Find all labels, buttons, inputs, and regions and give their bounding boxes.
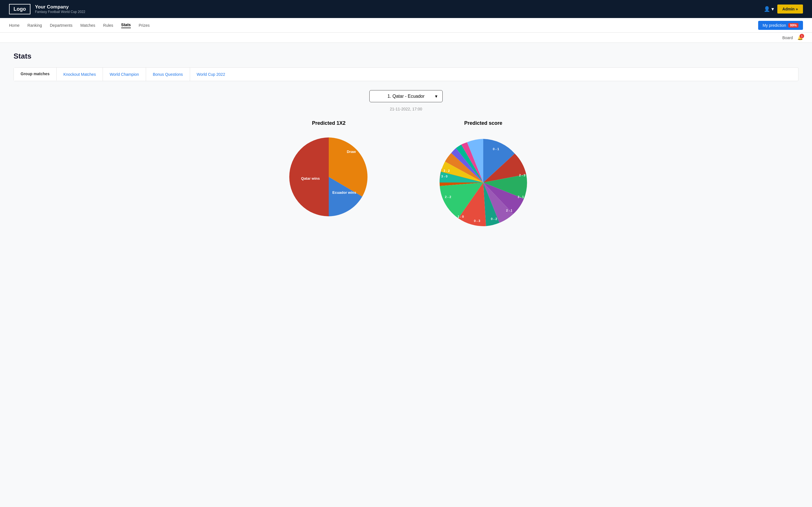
- company-name: Your Company: [35, 4, 86, 10]
- company-info: Your Company Fantasy Football World Cup …: [35, 4, 86, 14]
- main-content: Stats Group matches Knockout Matches Wor…: [0, 43, 812, 242]
- prediction-score-badge: 99%: [788, 23, 799, 27]
- nav-home[interactable]: Home: [9, 23, 19, 27]
- label-2-1: 2 - 1: [506, 209, 512, 212]
- main-nav: Home Ranking Departments Matches Rules S…: [0, 18, 812, 33]
- tab-knockout-matches[interactable]: Knockout Matches: [57, 68, 103, 81]
- nav-stats[interactable]: Stats: [121, 22, 131, 28]
- logo: Logo: [9, 4, 31, 14]
- nav-matches[interactable]: Matches: [80, 23, 95, 27]
- tab-bonus-questions[interactable]: Bonus Questions: [146, 68, 190, 81]
- predicted-score-chart: Predicted score: [413, 120, 554, 233]
- nav-links: Home Ranking Departments Matches Rules S…: [9, 22, 150, 28]
- label-3-0: 3 - 0: [441, 175, 448, 178]
- tab-group-matches[interactable]: Group matches: [14, 68, 57, 81]
- charts-row: Predicted 1X2 Qatar wins: [13, 120, 799, 233]
- tab-world-cup-2022[interactable]: World Cup 2022: [190, 68, 232, 81]
- match-date: 21-11-2022, 17:00: [13, 107, 799, 111]
- label-1-0: 1 - 0: [458, 215, 464, 218]
- header-right: 👤 ▾ Admin »: [764, 4, 803, 13]
- label-2-2: 2 - 2: [445, 195, 451, 199]
- admin-button[interactable]: Admin »: [777, 4, 803, 13]
- chart2-pie: 0 - 1 2 - 3 3 - 1 2 - 1 0 - 2 0 - 3 1 - …: [413, 132, 554, 233]
- page-title: Stats: [13, 52, 799, 61]
- ecuador-wins-label: Ecuador wins: [333, 190, 356, 194]
- nav-departments[interactable]: Departments: [50, 23, 72, 27]
- label-0-1: 0 - 1: [493, 147, 499, 151]
- nav-ranking[interactable]: Ranking: [28, 23, 42, 27]
- tab-world-champion[interactable]: World Champion: [103, 68, 146, 81]
- draw-label: Draw: [347, 150, 356, 154]
- board-link[interactable]: Board: [782, 36, 793, 40]
- match-dropdown-wrapper: 1. Qatar - Ecuador 2. England - Iran 3. …: [369, 90, 443, 102]
- label-2-3: 2 - 3: [519, 173, 525, 177]
- label-3-1: 3 - 1: [518, 195, 524, 199]
- chart1-pie: Qatar wins Draw Ecuador wins: [258, 132, 399, 222]
- company-subtitle: Fantasy Football World Cup 2022: [35, 10, 86, 14]
- user-icon[interactable]: 👤 ▾: [764, 6, 774, 12]
- label-0-3: 0 - 3: [474, 219, 480, 223]
- chart1-title: Predicted 1X2: [258, 120, 399, 126]
- label-3-2: 3 - 2: [444, 169, 450, 172]
- match-dropdown-container: 1. Qatar - Ecuador 2. England - Iran 3. …: [13, 90, 799, 102]
- nav-prizes[interactable]: Prizes: [139, 23, 150, 27]
- bell-icon[interactable]: 🔔 1: [797, 35, 803, 40]
- nav-rules[interactable]: Rules: [103, 23, 113, 27]
- sub-nav: Board 🔔 1: [0, 33, 812, 43]
- label-0-2: 0 - 2: [491, 217, 497, 221]
- predicted-1x2-chart: Predicted 1X2 Qatar wins: [258, 120, 399, 233]
- chart2-title: Predicted score: [413, 120, 554, 126]
- my-prediction-button[interactable]: My prediction 99%: [758, 21, 803, 30]
- stats-tabs: Group matches Knockout Matches World Cha…: [13, 67, 799, 81]
- qatar-wins-label: Qatar wins: [301, 176, 320, 180]
- notification-badge: 1: [800, 34, 804, 38]
- header-left: Logo Your Company Fantasy Football World…: [9, 4, 86, 14]
- header: Logo Your Company Fantasy Football World…: [0, 0, 812, 18]
- my-prediction-label: My prediction: [763, 23, 786, 27]
- match-dropdown[interactable]: 1. Qatar - Ecuador 2. England - Iran 3. …: [369, 90, 443, 102]
